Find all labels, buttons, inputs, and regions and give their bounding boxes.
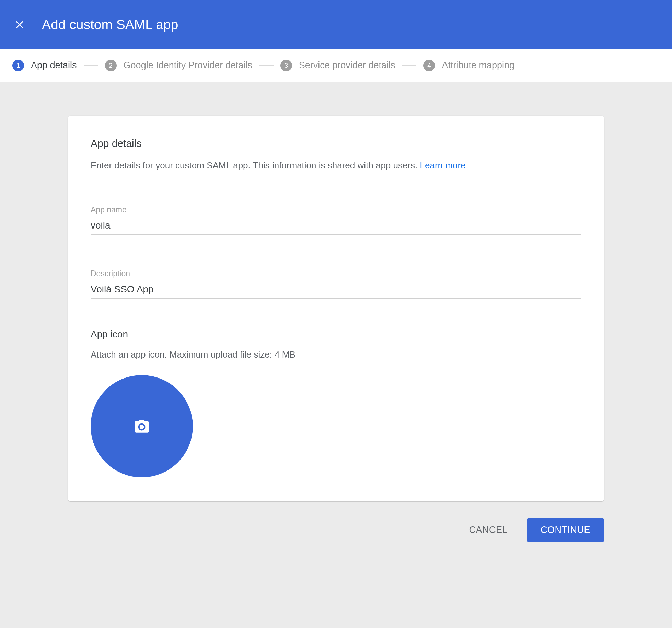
- dialog-footer: CANCEL CONTINUE: [68, 518, 604, 542]
- app-icon-description: Attach an app icon. Maximum upload file …: [91, 349, 581, 360]
- continue-button[interactable]: CONTINUE: [527, 518, 604, 542]
- step-connector: [402, 65, 416, 66]
- step-label: Attribute mapping: [442, 60, 514, 71]
- step-badge: 3: [280, 60, 292, 71]
- step-label: Google Identity Provider details: [124, 60, 252, 71]
- step-badge: 2: [105, 60, 117, 71]
- close-button[interactable]: [12, 18, 27, 32]
- step-label: Service provider details: [299, 60, 395, 71]
- app-name-input[interactable]: [91, 218, 581, 235]
- close-icon: [14, 19, 25, 30]
- stepper-bar: 1 App details 2 Google Identity Provider…: [0, 49, 672, 82]
- cancel-button[interactable]: CANCEL: [466, 520, 510, 540]
- step-identity-provider[interactable]: 2 Google Identity Provider details: [105, 60, 252, 71]
- card-description-text: Enter details for your custom SAML app. …: [91, 160, 420, 171]
- step-label: App details: [31, 60, 77, 71]
- step-connector: [259, 65, 274, 66]
- app-name-label: App name: [91, 205, 581, 214]
- app-name-field: App name: [91, 205, 581, 235]
- description-value-post: App: [135, 284, 154, 294]
- app-icon-upload-button[interactable]: [91, 375, 193, 477]
- learn-more-link[interactable]: Learn more: [420, 160, 466, 171]
- step-service-provider[interactable]: 3 Service provider details: [280, 60, 395, 71]
- camera-icon: [133, 418, 150, 435]
- description-label: Description: [91, 269, 581, 278]
- dialog-title: Add custom SAML app: [42, 17, 178, 32]
- card-description: Enter details for your custom SAML app. …: [91, 159, 581, 172]
- step-attribute-mapping[interactable]: 4 Attribute mapping: [423, 60, 514, 71]
- step-badge: 4: [423, 60, 435, 71]
- description-value-spell: SSO: [114, 284, 135, 294]
- description-input[interactable]: Voilà SSO App: [91, 282, 581, 299]
- step-app-details[interactable]: 1 App details: [12, 60, 77, 71]
- description-field: Description Voilà SSO App: [91, 269, 581, 299]
- app-details-card: App details Enter details for your custo…: [68, 116, 604, 501]
- app-icon-title: App icon: [91, 329, 581, 340]
- card-title: App details: [91, 138, 581, 149]
- step-connector: [84, 65, 98, 66]
- step-badge: 1: [12, 60, 24, 71]
- dialog-header: Add custom SAML app: [0, 0, 672, 49]
- description-value-pre: Voilà: [91, 284, 114, 294]
